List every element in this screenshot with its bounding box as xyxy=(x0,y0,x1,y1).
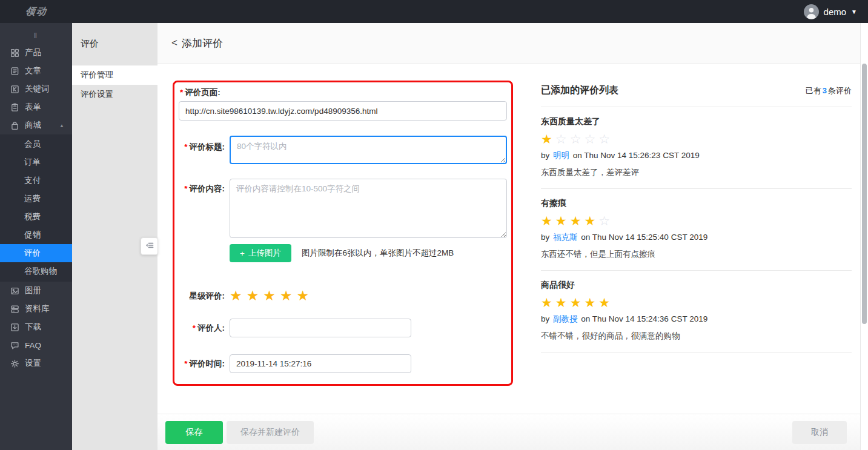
scrollbar[interactable] xyxy=(860,23,868,450)
products-icon xyxy=(10,48,19,58)
sidebar-item-label: 表单 xyxy=(25,102,41,113)
star-icon: ★ xyxy=(584,214,595,228)
field-review-page: *评价页面: xyxy=(179,87,507,121)
required-mark: * xyxy=(184,142,187,151)
sidebar-item-shipping[interactable]: 运费 xyxy=(0,190,72,208)
sidebar-item-articles[interactable]: 文章 xyxy=(0,62,72,80)
review-form: *评价页面: *评价标题: *评价内容: xyxy=(173,81,513,386)
required-mark: * xyxy=(184,359,187,368)
review-list-title: 已添加的评价列表 xyxy=(541,84,618,97)
sidebar-item-products[interactable]: 产品 xyxy=(0,44,72,62)
save-button[interactable]: 保存 xyxy=(165,421,223,444)
required-mark: * xyxy=(193,323,196,333)
sidebar-item-gallery[interactable]: 图册 xyxy=(0,282,72,300)
back-button[interactable]: < xyxy=(171,37,177,49)
review-title: 商品很好 xyxy=(541,280,852,291)
rating-star-2[interactable]: ★ xyxy=(247,288,259,303)
save-and-new-button[interactable]: 保存并新建评价 xyxy=(227,421,314,444)
review-page-input[interactable] xyxy=(179,101,507,121)
review-body: 东西还不错，但是上面有点擦痕 xyxy=(541,249,852,260)
sidebar-collapse-handle[interactable]: ‖ xyxy=(0,27,72,44)
field-upload: + 上传图片 图片限制在6张以内，单张图片不超过2MB xyxy=(179,244,507,262)
user-menu[interactable]: demo ▼ xyxy=(804,4,868,19)
sidebar-item-faq[interactable]: FAQ xyxy=(0,336,72,354)
sidebar-item-label: 订单 xyxy=(24,157,41,168)
subnav-item-review-settings[interactable]: 评价设置 xyxy=(72,85,157,104)
sidebar-item-label: FAQ xyxy=(25,341,41,350)
sidebar-item-library[interactable]: 资料库 xyxy=(0,300,72,318)
logo: 领动 xyxy=(24,5,48,18)
star-icon: ★ xyxy=(570,214,581,228)
review-item: 商品很好★★★★★by 副教授 on Thu Nov 14 15:24:36 C… xyxy=(541,271,852,352)
star-icon: ★ xyxy=(541,214,552,228)
page-title: 添加评价 xyxy=(182,36,223,50)
secondary-sidebar: 评价 评价管理评价设置 xyxy=(72,23,157,450)
field-reviewer: *评价人: xyxy=(179,319,507,337)
rating-star-5[interactable]: ★ xyxy=(297,288,310,303)
sidebar-item-download[interactable]: 下载 xyxy=(0,318,72,336)
settings-icon xyxy=(10,359,19,368)
submenu-mall: 会员订单支付运费税费促销评价谷歌购物 xyxy=(0,134,72,282)
star-icon: ☆ xyxy=(555,132,567,146)
sidebar-item-forms[interactable]: 表单 xyxy=(0,98,72,116)
chevron-down-icon: ▼ xyxy=(851,8,857,15)
scrollbar-thumb[interactable] xyxy=(862,64,867,324)
sidebar-item-orders[interactable]: 订单 xyxy=(0,153,72,171)
sidebar-item-label: 促销 xyxy=(24,230,41,240)
star-rating: ★★★★★ xyxy=(230,289,313,303)
sidebar-item-tax[interactable]: 税费 xyxy=(0,208,72,226)
sidebar-item-mall[interactable]: 商城▲ xyxy=(0,116,72,134)
sidebar-item-keywords[interactable]: 关键词 xyxy=(0,80,72,98)
articles-icon xyxy=(10,67,19,76)
subnav-item-review-management[interactable]: 评价管理 xyxy=(72,65,157,85)
reviewer-name-link[interactable]: 副教授 xyxy=(552,314,579,323)
sidebar-item-google-shopping[interactable]: 谷歌购物 xyxy=(0,262,72,280)
chevron-up-icon: ▲ xyxy=(59,123,64,128)
app-window: 领动 demo ▼ ‖ 产品文章关键词表单商城▲会员订单支付运费税费促销评价谷歌… xyxy=(0,0,868,450)
star-icon: ★ xyxy=(570,296,581,309)
review-item: 有擦痕★★★★☆by 福克斯 on Thu Nov 14 15:25:40 CS… xyxy=(541,189,852,271)
review-byline: by 明明 on Thu Nov 14 15:26:23 CST 2019 xyxy=(541,150,852,161)
review-body: 东西质量太差了，差评差评 xyxy=(541,167,852,178)
required-mark: * xyxy=(184,184,187,193)
required-mark: * xyxy=(180,88,183,97)
review-list: 东西质量太差了★☆☆☆☆by 明明 on Thu Nov 14 15:26:23… xyxy=(541,107,852,352)
star-icon: ★ xyxy=(555,214,567,228)
rating-star-4[interactable]: ★ xyxy=(280,288,293,303)
star-icon: ☆ xyxy=(598,132,610,146)
field-review-title: *评价标题: xyxy=(179,128,507,164)
reviewer-name-link[interactable]: 明明 xyxy=(552,151,571,160)
review-title-input[interactable] xyxy=(230,136,507,164)
rating-star-1[interactable]: ★ xyxy=(230,288,242,303)
sidebar-item-payment[interactable]: 支付 xyxy=(0,171,72,190)
review-title: 东西质量太差了 xyxy=(541,116,852,127)
avatar-icon xyxy=(804,4,819,19)
gallery-icon xyxy=(10,286,19,296)
sidebar-item-label: 运费 xyxy=(24,193,41,204)
review-item: 东西质量太差了★☆☆☆☆by 明明 on Thu Nov 14 15:26:23… xyxy=(541,107,852,189)
review-time-input[interactable] xyxy=(230,354,411,373)
cancel-button[interactable]: 取消 xyxy=(792,421,847,444)
sidebar-item-label: 会员 xyxy=(24,139,41,150)
faq-icon xyxy=(10,341,19,350)
sidebar-item-label: 产品 xyxy=(25,47,41,58)
star-rating-label: 星级评价: xyxy=(190,291,225,300)
review-body: 不错不错，很好的商品，很满意的购物 xyxy=(541,331,852,342)
sidebar-item-label: 资料库 xyxy=(25,303,50,314)
rating-star-3[interactable]: ★ xyxy=(263,288,276,303)
star-icon: ★ xyxy=(555,296,567,309)
collapse-panel-button[interactable] xyxy=(141,237,158,255)
section-title: 评价 xyxy=(72,23,157,65)
sidebar-item-promotion[interactable]: 促销 xyxy=(0,226,72,244)
upload-image-button[interactable]: + 上传图片 xyxy=(230,244,291,262)
sidebar-item-label: 谷歌购物 xyxy=(24,266,57,277)
review-stars: ★☆☆☆☆ xyxy=(541,133,852,145)
review-content-input[interactable] xyxy=(230,179,507,238)
reviewer-input[interactable] xyxy=(230,319,411,337)
sidebar-item-settings[interactable]: 设置 xyxy=(0,354,72,372)
star-icon: ☆ xyxy=(570,132,581,146)
sidebar-item-members[interactable]: 会员 xyxy=(0,135,72,153)
forms-icon xyxy=(10,103,19,112)
reviewer-name-link[interactable]: 福克斯 xyxy=(552,233,579,242)
sidebar-item-reviews[interactable]: 评价 xyxy=(0,244,72,262)
